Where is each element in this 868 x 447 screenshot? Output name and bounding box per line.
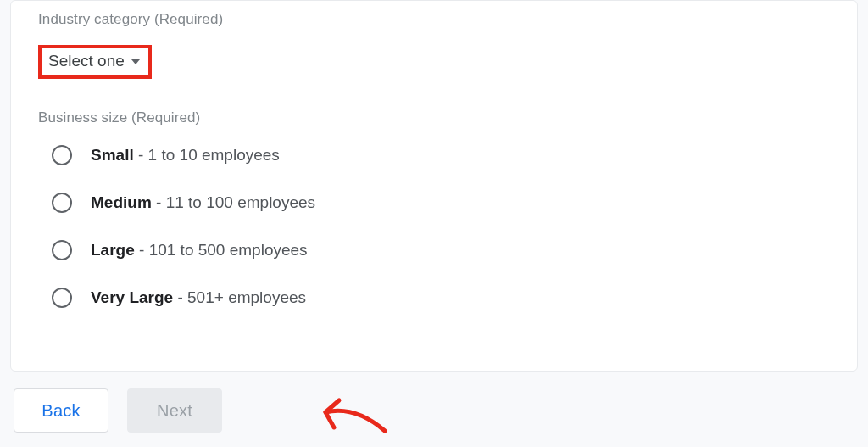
radio-option-medium[interactable]: Medium - 11 to 100 employees (52, 193, 830, 213)
radio-label: Medium - 11 to 100 employees (91, 193, 315, 212)
radio-option-very-large[interactable]: Very Large - 501+ employees (52, 288, 830, 308)
highlight-annotation: Select one (38, 45, 152, 79)
radio-icon (52, 240, 72, 260)
chevron-down-icon (131, 59, 140, 64)
next-button[interactable]: Next (127, 388, 222, 433)
radio-label: Very Large - 501+ employees (91, 288, 306, 307)
industry-category-label: Industry category (Required) (38, 11, 830, 28)
form-card: Industry category (Required) Select one … (10, 0, 858, 372)
business-size-label: Business size (Required) (38, 109, 830, 126)
radio-icon (52, 145, 72, 165)
business-size-radio-group: Small - 1 to 10 employees Medium - 11 to… (38, 145, 830, 308)
select-value: Select one (48, 52, 125, 70)
radio-icon (52, 193, 72, 213)
radio-option-small[interactable]: Small - 1 to 10 employees (52, 145, 830, 165)
radio-icon (52, 288, 72, 308)
radio-label: Small - 1 to 10 employees (91, 146, 280, 165)
back-button[interactable]: Back (14, 388, 108, 433)
radio-option-large[interactable]: Large - 101 to 500 employees (52, 240, 830, 260)
industry-category-select[interactable]: Select one (48, 52, 140, 70)
button-row: Back Next (10, 372, 858, 433)
radio-label: Large - 101 to 500 employees (91, 241, 308, 260)
